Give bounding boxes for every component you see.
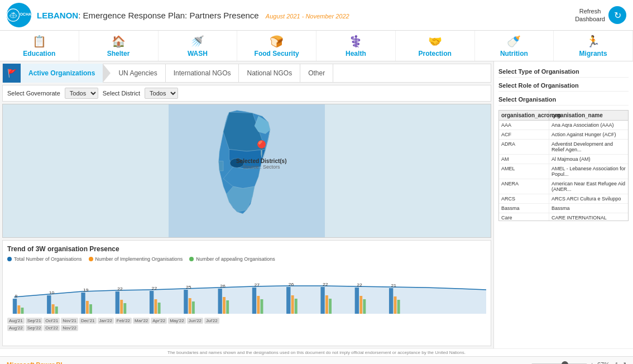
zoom-minus[interactable]: − bbox=[524, 361, 528, 365]
svg-rect-27 bbox=[226, 300, 229, 314]
chart-area: Trend of 3W organisation Presence Total … bbox=[2, 240, 491, 346]
table-row[interactable]: AAA Ana Aqra Association (AAA) bbox=[499, 121, 628, 130]
svg-rect-40 bbox=[389, 288, 393, 314]
org-acronym: AAA bbox=[499, 121, 549, 130]
org-acronym: ANERA bbox=[499, 179, 549, 194]
chart-body: 8 10 19 22 22 25 26 27 26 22 22 21 bbox=[7, 266, 486, 317]
legend-dot-appeal bbox=[189, 257, 194, 261]
table-row[interactable]: AM Al Majmoua (AM) bbox=[499, 155, 628, 164]
time-aug21: Aug'21 bbox=[7, 318, 25, 324]
selected-district-label: Selected District(s) bbox=[236, 158, 287, 164]
table-row[interactable]: ANERA American Near East Refugee Aid (AN… bbox=[499, 179, 628, 194]
svg-rect-28 bbox=[252, 288, 256, 314]
table-row[interactable]: Bassma Bassma bbox=[499, 204, 628, 213]
svg-text:10: 10 bbox=[49, 291, 55, 295]
tab-nutrition[interactable]: 🍼 Nutrition bbox=[475, 31, 554, 61]
map-pin: 📍 Selected District(s) Source : Sectors bbox=[236, 140, 287, 170]
svg-rect-35 bbox=[325, 295, 328, 314]
fullscreen-icon[interactable]: ⤢ bbox=[613, 361, 618, 364]
sub-tabs-row: 🚩 Active Organizations UN Agencies Inter… bbox=[2, 64, 491, 83]
table-row[interactable]: ADRA Adventist Development and Relief Ag… bbox=[499, 140, 628, 155]
org-acronym: Care bbox=[499, 213, 549, 221]
legend-total: Total Number of Organisations bbox=[7, 256, 82, 262]
svg-rect-21 bbox=[158, 303, 161, 314]
sub-tab-natl-ngos[interactable]: National NGOs bbox=[239, 64, 300, 83]
select-org-label: Select Organisation bbox=[498, 94, 629, 106]
sub-tab-intl-ngos[interactable]: International NGOs bbox=[166, 64, 239, 83]
governorate-select[interactable]: Todos bbox=[65, 88, 98, 99]
tab-food-security[interactable]: 🍞 Food Security bbox=[237, 31, 317, 61]
legend-appealing: Number of appealing Organisations bbox=[189, 256, 275, 262]
sub-tab-active-orgs[interactable]: Active Organizations bbox=[21, 64, 103, 83]
svg-text:27: 27 bbox=[254, 283, 260, 288]
time-labels-row1: Aug'21 Sep'21 Oct'21 Nov'21 Dec'21 Jan'2… bbox=[7, 318, 486, 324]
table-row[interactable]: ACF Action Against Hunger (ACF) bbox=[499, 130, 628, 140]
title-text: : Emergence Response Plan: Partners Pres… bbox=[78, 11, 259, 20]
tab-shelter-label: Shelter bbox=[107, 50, 130, 58]
legend-dot-impl bbox=[89, 257, 93, 261]
pin-icon: 📍 bbox=[252, 140, 271, 158]
org-name: ARCS ARCI Cultura e Sviluppo bbox=[549, 194, 628, 203]
time-nov21: Nov'21 bbox=[61, 318, 78, 324]
svg-rect-23 bbox=[189, 298, 191, 314]
svg-text:8: 8 bbox=[15, 294, 17, 299]
tab-health-label: Health bbox=[346, 50, 366, 58]
chart-legend: Total Number of Organisations Number of … bbox=[7, 256, 486, 262]
org-name: Adventist Development and Relief Agen... bbox=[549, 140, 628, 154]
share-icon[interactable]: ↗ bbox=[621, 361, 626, 364]
governorate-label: Select Governorate bbox=[7, 90, 60, 97]
left-panel: 🚩 Active Organizations UN Agencies Inter… bbox=[0, 61, 493, 348]
time-feb22: Feb'22 bbox=[115, 318, 132, 324]
svg-rect-11 bbox=[52, 304, 55, 314]
tab-shelter[interactable]: 🏠 Shelter bbox=[79, 31, 159, 61]
zoom-bar: − + 67% ⤢ ↗ bbox=[524, 361, 626, 364]
svg-rect-26 bbox=[223, 297, 226, 314]
table-row[interactable]: Care CARE INTERNATIONAL bbox=[499, 213, 628, 221]
power-bi-link[interactable]: Microsoft Power BI bbox=[7, 361, 63, 365]
tab-protection-label: Protection bbox=[418, 50, 451, 58]
time-dec21: Dec'21 bbox=[79, 318, 97, 324]
org-table-body[interactable]: AAA Ana Aqra Association (AAA) ACF Actio… bbox=[498, 121, 629, 221]
refresh-icon: ↻ bbox=[608, 6, 626, 24]
tab-migrants[interactable]: 🏃 Migrants bbox=[554, 31, 633, 61]
svg-rect-37 bbox=[355, 288, 359, 314]
zoom-plus[interactable]: + bbox=[591, 361, 594, 365]
tab-education[interactable]: 📋 Education bbox=[0, 31, 79, 61]
svg-rect-33 bbox=[295, 299, 298, 314]
zoom-thumb bbox=[562, 361, 568, 365]
svg-text:22: 22 bbox=[117, 287, 123, 291]
table-row[interactable]: AMEL AMEL - Lebanese Association for Pop… bbox=[499, 164, 628, 179]
district-select[interactable]: Todos bbox=[145, 88, 178, 99]
table-row[interactable]: ARCS ARCS ARCI Cultura e Sviluppo bbox=[499, 194, 628, 204]
svg-rect-20 bbox=[155, 299, 157, 314]
refresh-button[interactable]: RefreshDashboard ↻ bbox=[575, 6, 626, 24]
org-name: CARE INTERNATIONAL bbox=[549, 213, 628, 221]
ocha-text: OCHA bbox=[20, 12, 31, 16]
filter-row: Select Governorate Todos Select District… bbox=[2, 85, 491, 102]
col-name-header: organisation_name bbox=[549, 111, 628, 120]
svg-rect-41 bbox=[394, 296, 397, 314]
legend-impl-label: Number of Implementing Organisations bbox=[95, 256, 183, 262]
tab-wash-label: WASH bbox=[188, 50, 208, 58]
wash-icon: 🚿 bbox=[190, 35, 204, 48]
tab-protection[interactable]: 🤝 Protection bbox=[396, 31, 475, 61]
org-acronym: ADRA bbox=[499, 140, 549, 154]
time-jun22: Jun'22 bbox=[187, 318, 203, 324]
org-name: Ana Aqra Association (AAA) bbox=[549, 121, 628, 130]
country-name: LEBANON bbox=[37, 11, 78, 20]
svg-text:19: 19 bbox=[83, 288, 89, 293]
nav-tabs: 📋 Education 🏠 Shelter 🚿 WASH 🍞 Food Secu… bbox=[0, 31, 633, 61]
main-content: 🚩 Active Organizations UN Agencies Inter… bbox=[0, 61, 633, 348]
svg-rect-17 bbox=[120, 300, 123, 314]
tab-wash[interactable]: 🚿 WASH bbox=[159, 31, 238, 61]
svg-rect-42 bbox=[397, 300, 400, 314]
sub-tab-un-agencies[interactable]: UN Agencies bbox=[111, 64, 165, 83]
time-may22: May'22 bbox=[168, 318, 186, 324]
sub-tab-other[interactable]: Other bbox=[300, 64, 333, 83]
tab-health[interactable]: ⚕️ Health bbox=[317, 31, 396, 61]
svg-rect-7 bbox=[13, 299, 17, 314]
header: UN OCHA LEBANON: Emergence Response Plan… bbox=[0, 0, 633, 31]
org-name: Bassma bbox=[549, 204, 628, 213]
svg-rect-8 bbox=[17, 305, 20, 314]
legend-dot-total bbox=[7, 257, 12, 261]
